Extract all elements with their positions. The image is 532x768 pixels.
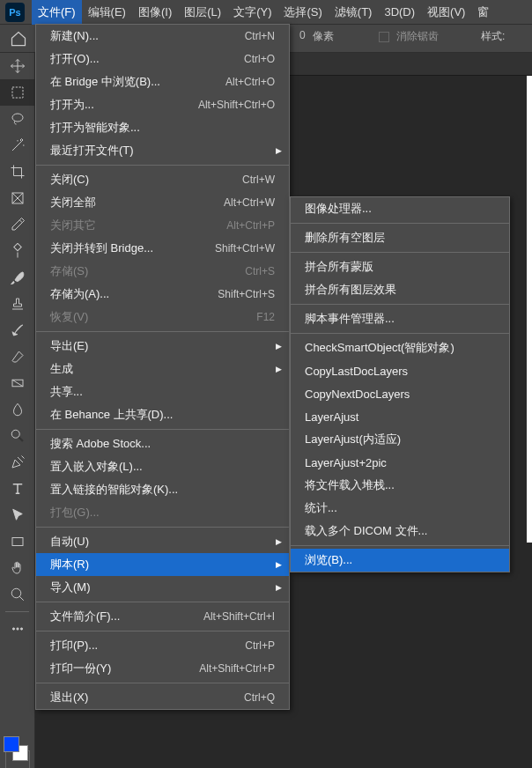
script-label: LayerAjust xyxy=(305,410,495,424)
shortcut: Ctrl+W xyxy=(242,174,275,186)
menu-0[interactable]: 文件(F) xyxy=(32,0,82,25)
color-swatches[interactable] xyxy=(0,735,35,768)
menu-item[interactable]: 导出(E)▶ xyxy=(36,335,289,358)
menu-6[interactable]: 滤镜(T) xyxy=(329,0,379,25)
menu-item[interactable]: 置入嵌入对象(L)... xyxy=(36,455,289,478)
menu-item[interactable]: 打印(P)...Ctrl+P xyxy=(36,634,289,657)
menu-3[interactable]: 图层(L) xyxy=(178,0,227,25)
menu-item[interactable]: 搜索 Adobe Stock... xyxy=(36,432,289,455)
menu-item[interactable]: 在 Bridge 中浏览(B)...Alt+Ctrl+O xyxy=(36,70,289,93)
script-item[interactable]: CopyLastDocLayers xyxy=(291,359,509,382)
menu-item[interactable]: 存储为(A)...Shift+Ctrl+S xyxy=(36,283,289,306)
menu-item[interactable]: 关闭(C)Ctrl+W xyxy=(36,168,289,191)
stamp-tool[interactable] xyxy=(0,291,35,317)
script-item[interactable]: 将文件载入堆栈... xyxy=(291,474,509,497)
move-tool[interactable] xyxy=(0,53,35,79)
frame-tool[interactable] xyxy=(0,185,35,211)
menu-item[interactable]: 打开为...Alt+Shift+Ctrl+O xyxy=(36,93,289,116)
menu-item[interactable]: 退出(X)Ctrl+Q xyxy=(36,686,289,709)
menu-label: 恢复(V) xyxy=(50,309,256,325)
menu-5[interactable]: 选择(S) xyxy=(277,0,328,25)
menu-item[interactable]: 打开(O)...Ctrl+O xyxy=(36,48,289,70)
menu-item[interactable]: 共享... xyxy=(36,380,289,403)
submenu-arrow: ▶ xyxy=(276,342,282,351)
script-item[interactable]: CheckSmartObject(智能对象) xyxy=(291,336,509,359)
menu-item[interactable]: 关闭并转到 Bridge...Shift+Ctrl+W xyxy=(36,237,289,260)
menu-label: 打印(P)... xyxy=(50,638,245,654)
script-item[interactable]: 拼合所有蒙版 xyxy=(291,255,509,278)
menu-item[interactable]: 自动(U)▶ xyxy=(36,530,289,553)
script-label: 将文件载入堆栈... xyxy=(305,477,495,493)
menu-item: 关闭其它Alt+Ctrl+P xyxy=(36,214,289,237)
menu-item[interactable]: 脚本(R)▶ xyxy=(36,553,289,576)
eyedropper-tool[interactable] xyxy=(0,211,35,238)
menu-7[interactable]: 3D(D) xyxy=(378,0,421,25)
foreground-color[interactable] xyxy=(4,736,19,752)
script-label: LayerAjust(内适应) xyxy=(305,432,495,447)
script-item[interactable]: LayerAjust(内适应) xyxy=(291,428,509,451)
zoom-tool[interactable] xyxy=(0,581,35,608)
menu-item[interactable]: 导入(M)▶ xyxy=(36,576,289,599)
healing-tool[interactable] xyxy=(0,238,35,264)
menu-label: 导出(E) xyxy=(50,338,275,354)
menu-label: 存储(S) xyxy=(50,263,245,279)
crop-tool[interactable] xyxy=(0,159,35,185)
blur-tool[interactable] xyxy=(0,396,35,423)
shortcut: Ctrl+N xyxy=(245,30,275,42)
history-brush-tool[interactable] xyxy=(0,317,35,343)
svg-point-10 xyxy=(20,628,22,630)
menu-label: 在 Bridge 中浏览(B)... xyxy=(50,74,225,90)
gradient-tool[interactable] xyxy=(0,370,35,396)
script-item[interactable]: 浏览(B)... xyxy=(291,549,509,572)
svg-point-7 xyxy=(11,588,21,598)
menu-9[interactable]: 窗 xyxy=(471,0,495,25)
lasso-tool[interactable] xyxy=(0,106,35,132)
magic-wand-tool[interactable] xyxy=(0,132,35,159)
script-item[interactable]: CopyNextDocLayers xyxy=(291,382,509,405)
menu-item[interactable]: 打开为智能对象... xyxy=(36,116,289,139)
menu-2[interactable]: 图像(I) xyxy=(132,0,178,25)
rectangle-tool[interactable] xyxy=(0,528,35,555)
type-tool[interactable] xyxy=(0,476,35,502)
script-item[interactable]: 拼合所有图层效果 xyxy=(291,278,509,301)
menu-item[interactable]: 置入链接的智能对象(K)... xyxy=(36,478,289,501)
svg-point-9 xyxy=(17,628,18,630)
menu-label: 导入(M) xyxy=(50,580,275,595)
menubar: Ps 文件(F)编辑(E)图像(I)图层(L)文字(Y)选择(S)滤镜(T)3D… xyxy=(0,0,532,25)
svg-rect-6 xyxy=(12,538,23,546)
menu-4[interactable]: 文字(Y) xyxy=(227,0,277,25)
script-item[interactable]: LayerAjust+2pic xyxy=(291,451,509,474)
home-icon[interactable] xyxy=(7,27,30,50)
path-select-tool[interactable] xyxy=(0,502,35,528)
dodge-tool[interactable] xyxy=(0,423,35,449)
menu-1[interactable]: 编辑(E) xyxy=(82,0,132,25)
script-item[interactable]: 统计... xyxy=(291,497,509,520)
menu-label: 关闭(C) xyxy=(50,172,242,188)
menu-item[interactable]: 生成▶ xyxy=(36,358,289,380)
options-zero: 0 xyxy=(299,29,306,41)
svg-rect-0 xyxy=(12,87,23,98)
shortcut: Alt+Ctrl+O xyxy=(225,76,275,88)
brush-tool[interactable] xyxy=(0,264,35,291)
script-item[interactable]: 图像处理器... xyxy=(291,197,509,220)
more-tools[interactable] xyxy=(0,616,35,642)
options-pixel-label: 像素 xyxy=(313,29,334,44)
menu-item[interactable]: 最近打开文件(T)▶ xyxy=(36,139,289,162)
script-item[interactable]: 删除所有空图层 xyxy=(291,226,509,249)
eraser-tool[interactable] xyxy=(0,343,35,370)
antialias-checkbox[interactable] xyxy=(379,32,389,42)
script-item[interactable]: 脚本事件管理器... xyxy=(291,307,509,330)
menu-item: 打包(G)... xyxy=(36,501,289,524)
menu-8[interactable]: 视图(V) xyxy=(421,0,471,25)
menu-item[interactable]: 关闭全部Alt+Ctrl+W xyxy=(36,191,289,214)
menu-item[interactable]: 新建(N)...Ctrl+N xyxy=(36,25,289,48)
menu-item[interactable]: 文件简介(F)...Alt+Shift+Ctrl+I xyxy=(36,605,289,628)
hand-tool[interactable] xyxy=(0,555,35,581)
script-item[interactable]: LayerAjust xyxy=(291,405,509,428)
marquee-tool[interactable] xyxy=(0,79,35,106)
menu-item[interactable]: 打印一份(Y)Alt+Shift+Ctrl+P xyxy=(36,657,289,680)
pen-tool[interactable] xyxy=(0,449,35,476)
script-item[interactable]: 载入多个 DICOM 文件... xyxy=(291,520,509,543)
svg-point-8 xyxy=(12,628,14,630)
menu-item[interactable]: 在 Behance 上共享(D)... xyxy=(36,403,289,426)
